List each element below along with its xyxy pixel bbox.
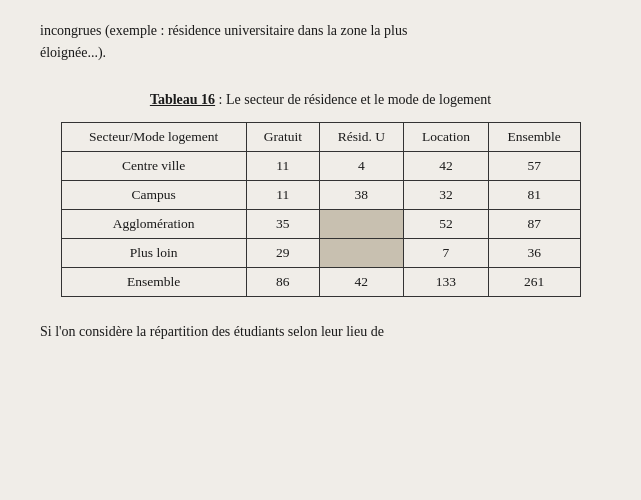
cell-sector: Ensemble <box>61 267 246 296</box>
col-header-sector: Secteur/Mode logement <box>61 122 246 151</box>
cell-gratuit: 11 <box>246 180 319 209</box>
caption-text: : Le secteur de résidence et le mode de … <box>215 92 491 107</box>
cell-location: 133 <box>403 267 488 296</box>
footer-text: Si l'on considère la répartition des étu… <box>40 324 384 339</box>
cell-gratuit: 11 <box>246 151 319 180</box>
cell-sector: Campus <box>61 180 246 209</box>
cell-ensemble: 36 <box>488 238 580 267</box>
cell-ensemble: 261 <box>488 267 580 296</box>
cell-sector: Agglomération <box>61 209 246 238</box>
footer-paragraph: Si l'on considère la répartition des étu… <box>40 321 601 343</box>
cell-gratuit: 35 <box>246 209 319 238</box>
cell-location: 42 <box>403 151 488 180</box>
cell-location: 52 <box>403 209 488 238</box>
cell-residu <box>319 238 403 267</box>
col-header-location: Location <box>403 122 488 151</box>
table-caption: Tableau 16 : Le secteur de résidence et … <box>40 89 601 110</box>
table-row: Campus11383281 <box>61 180 580 209</box>
cell-location: 7 <box>403 238 488 267</box>
col-header-residu: Résid. U <box>319 122 403 151</box>
cell-location: 32 <box>403 180 488 209</box>
cell-residu: 42 <box>319 267 403 296</box>
intro-line1: incongrues (exemple : résidence universi… <box>40 23 407 38</box>
table-row: Ensemble8642133261 <box>61 267 580 296</box>
cell-residu <box>319 209 403 238</box>
cell-residu: 38 <box>319 180 403 209</box>
intro-line2: éloignée...). <box>40 45 106 60</box>
cell-sector: Centre ville <box>61 151 246 180</box>
cell-sector: Plus loin <box>61 238 246 267</box>
col-header-ensemble: Ensemble <box>488 122 580 151</box>
cell-gratuit: 86 <box>246 267 319 296</box>
table-body: Centre ville1144257Campus11383281Agglomé… <box>61 151 580 296</box>
table-row: Centre ville1144257 <box>61 151 580 180</box>
cell-ensemble: 81 <box>488 180 580 209</box>
cell-residu: 4 <box>319 151 403 180</box>
cell-ensemble: 87 <box>488 209 580 238</box>
data-table: Secteur/Mode logement Gratuit Résid. U L… <box>61 122 581 297</box>
table-wrapper: Secteur/Mode logement Gratuit Résid. U L… <box>40 122 601 297</box>
intro-paragraph: incongrues (exemple : résidence universi… <box>40 20 601 65</box>
cell-gratuit: 29 <box>246 238 319 267</box>
table-label: Tableau 16 <box>150 92 215 107</box>
table-header-row: Secteur/Mode logement Gratuit Résid. U L… <box>61 122 580 151</box>
table-row: Agglomération355287 <box>61 209 580 238</box>
col-header-gratuit: Gratuit <box>246 122 319 151</box>
table-row: Plus loin29736 <box>61 238 580 267</box>
cell-ensemble: 57 <box>488 151 580 180</box>
